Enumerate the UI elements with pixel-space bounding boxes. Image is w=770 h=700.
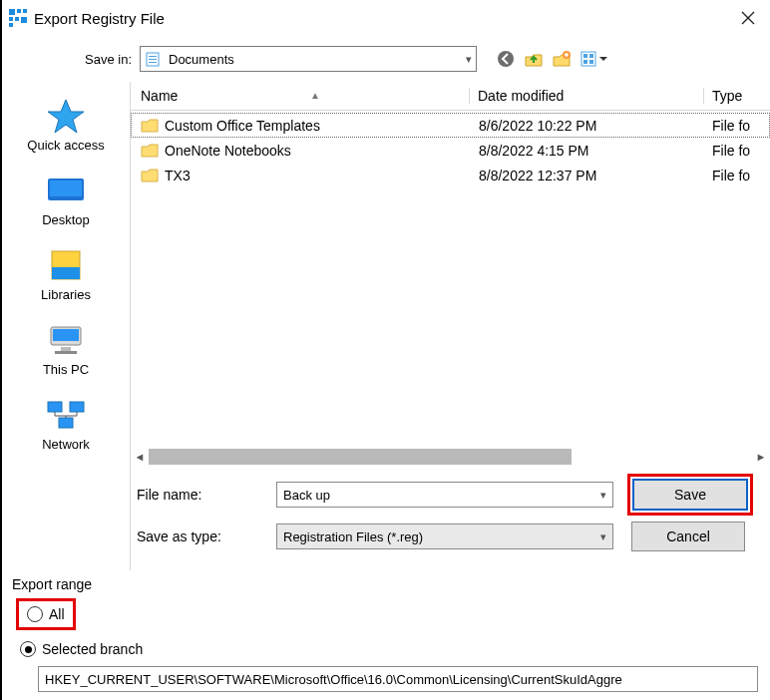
svg-rect-2	[23, 9, 27, 13]
sidebar-item-network[interactable]: Network	[2, 391, 130, 456]
sidebar-item-label: Desktop	[42, 212, 90, 227]
radio-icon	[20, 641, 36, 657]
radio-selected-label: Selected branch	[42, 641, 143, 657]
column-name[interactable]: Name ▲	[141, 88, 469, 104]
svg-rect-5	[21, 17, 27, 23]
file-date: 8/8/2022 4:15 PM	[471, 143, 704, 159]
radio-selected-branch[interactable]: Selected branch	[20, 638, 762, 660]
cancel-button[interactable]: Cancel	[631, 522, 745, 551]
radio-icon	[27, 606, 43, 622]
filename-label: File name:	[131, 487, 276, 503]
sidebar-item-this-pc[interactable]: This PC	[2, 316, 130, 381]
sidebar-item-label: Quick access	[27, 138, 104, 153]
column-type[interactable]: Type	[703, 88, 770, 104]
filename-value: Back up	[283, 488, 330, 503]
selected-branch-value: HKEY_CURRENT_USER\SOFTWARE\Microsoft\Off…	[45, 672, 622, 687]
sidebar-item-label: Network	[42, 437, 90, 452]
sidebar-item-libraries[interactable]: Libraries	[2, 241, 130, 306]
svg-rect-27	[70, 402, 84, 412]
new-folder-button[interactable]	[551, 48, 573, 70]
file-name: OneNote Notebooks	[165, 143, 291, 159]
registry-app-icon	[8, 8, 28, 28]
svg-rect-1	[17, 9, 21, 13]
svg-rect-6	[9, 23, 13, 27]
svg-rect-25	[55, 351, 77, 354]
sidebar-item-desktop[interactable]: Desktop	[2, 167, 130, 231]
scroll-thumb[interactable]	[149, 449, 572, 465]
savetype-value: Registration Files (*.reg)	[283, 529, 423, 544]
up-one-level-button[interactable]	[523, 48, 545, 70]
folder-icon	[141, 118, 159, 134]
scroll-left-icon[interactable]: ◄	[131, 448, 149, 466]
horizontal-scrollbar[interactable]: ◄ ►	[131, 447, 770, 467]
savetype-dropdown[interactable]: Registration Files (*.reg) ▾	[276, 524, 613, 549]
file-list-panel: Name ▲ Date modified Type Custom Office …	[130, 82, 770, 570]
file-date: 8/8/2022 12:37 PM	[471, 168, 704, 183]
file-row[interactable]: OneNote Notebooks 8/8/2022 4:15 PM File …	[131, 138, 770, 163]
selected-branch-input[interactable]: HKEY_CURRENT_USER\SOFTWARE\Microsoft\Off…	[38, 666, 758, 692]
file-name: Custom Office Templates	[165, 118, 320, 134]
save-in-label: Save in:	[62, 52, 140, 67]
svg-rect-14	[583, 54, 587, 58]
column-headers: Name ▲ Date modified Type	[131, 82, 770, 111]
sidebar-item-quick-access[interactable]: Quick access	[2, 92, 130, 157]
all-highlight: All	[16, 598, 76, 630]
export-dialog: Export Registry File Save in: Documents …	[0, 0, 770, 700]
save-in-value: Documents	[169, 52, 234, 67]
star-icon	[42, 96, 90, 136]
save-button[interactable]: Save	[632, 479, 748, 511]
folder-icon	[141, 143, 159, 159]
back-button[interactable]	[495, 48, 517, 70]
svg-rect-0	[9, 9, 15, 15]
file-row[interactable]: TX3 8/8/2022 12:37 PM File fo	[131, 163, 770, 187]
sidebar-item-label: Libraries	[41, 287, 91, 302]
save-in-row: Save in: Documents ▾	[2, 36, 770, 82]
export-range-legend: Export range	[12, 576, 762, 592]
file-type: File fo	[704, 168, 770, 183]
close-button[interactable]	[726, 0, 770, 36]
folder-icon	[141, 168, 159, 183]
svg-point-11	[498, 51, 514, 67]
svg-rect-9	[149, 59, 157, 60]
scroll-right-icon[interactable]: ►	[752, 448, 770, 466]
column-date[interactable]: Date modified	[469, 88, 703, 104]
svg-rect-28	[59, 418, 73, 428]
lower-form: File name: Back up ▾ Save Save as type: …	[131, 467, 770, 570]
svg-rect-21	[52, 267, 80, 279]
network-icon	[42, 395, 90, 435]
radio-all-label: All	[49, 606, 65, 622]
radio-all[interactable]: All	[21, 603, 71, 625]
sort-ascending-icon: ▲	[310, 90, 320, 101]
file-row[interactable]: Custom Office Templates 8/6/2022 10:22 P…	[131, 113, 770, 138]
svg-rect-16	[583, 60, 587, 64]
file-type: File fo	[704, 118, 770, 134]
export-range-group: Export range All Selected branch HKEY_CU…	[2, 570, 770, 700]
file-type: File fo	[704, 143, 770, 159]
svg-rect-17	[589, 60, 593, 64]
column-name-label: Name	[141, 88, 178, 104]
svg-rect-23	[53, 329, 79, 341]
save-in-dropdown[interactable]: Documents ▾	[140, 46, 477, 72]
save-highlight: Save	[627, 474, 753, 516]
svg-rect-4	[15, 17, 19, 21]
desktop-icon	[42, 171, 90, 210]
titlebar: Export Registry File	[2, 0, 770, 36]
places-sidebar: Quick access Desktop Libraries This PC	[2, 82, 130, 570]
file-date: 8/6/2022 10:22 PM	[471, 118, 704, 134]
svg-rect-10	[149, 62, 157, 63]
folder-toolbar	[495, 48, 610, 70]
this-pc-icon	[42, 320, 90, 360]
main-area: Quick access Desktop Libraries This PC	[2, 82, 770, 570]
scroll-track[interactable]	[149, 449, 752, 465]
file-list[interactable]: Custom Office Templates 8/6/2022 10:22 P…	[131, 111, 770, 447]
filename-input[interactable]: Back up ▾	[276, 482, 613, 508]
file-name: TX3	[165, 168, 191, 183]
svg-rect-24	[61, 347, 71, 351]
svg-rect-8	[149, 56, 157, 57]
window-title: Export Registry File	[34, 10, 726, 27]
view-menu-button[interactable]	[578, 48, 610, 70]
savetype-label: Save as type:	[131, 528, 276, 544]
svg-rect-3	[9, 17, 13, 21]
libraries-icon	[42, 245, 90, 285]
documents-folder-icon	[145, 50, 163, 68]
